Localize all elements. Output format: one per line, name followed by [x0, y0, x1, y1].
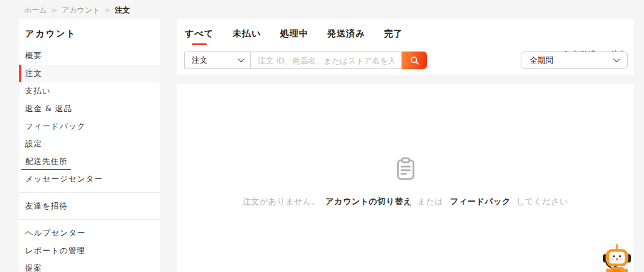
breadcrumb-separator: > [52, 6, 57, 14]
empty-orders-message: 注文がありません。 アカウントの切り替え または フィードバック してください [243, 196, 569, 207]
sidebar-item-shipping-address[interactable]: 配送先住所 [19, 153, 160, 170]
breadcrumb-account[interactable]: アカウント [62, 5, 100, 16]
suffix-text: してください [516, 197, 569, 206]
sidebar-item-label: 友達を招待 [25, 201, 68, 210]
tab-label: 完了 [384, 28, 403, 38]
time-period-value: 全期間 [530, 55, 553, 66]
sidebar-item-orders[interactable]: 注文 [19, 65, 160, 82]
orders-toolbar-panel: すべて 未払い 処理中 発送済み 完了 削除済みの注文 注文 [177, 19, 634, 75]
feedback-link[interactable]: フィードバック [450, 197, 511, 206]
sidebar-item-label: メッセージセンター [25, 174, 103, 183]
tab-label: 処理中 [280, 28, 308, 38]
sidebar-item-label: 配送先住所 [21, 154, 71, 170]
empty-orders-state: 注文がありません。 アカウントの切り替え または フィードバック してください [177, 156, 634, 207]
no-orders-text: 注文がありません。 [243, 197, 320, 206]
active-tab-indicator [192, 43, 207, 45]
sidebar-item-label: ヘルプセンター [25, 228, 86, 237]
order-search-bar: 注文 [184, 52, 427, 69]
clipboard-icon [392, 156, 419, 182]
breadcrumb-current-orders: 注文 [114, 5, 130, 16]
chevron-down-icon [238, 58, 245, 63]
tab-label: すべて [185, 28, 214, 38]
sidebar-item-label: 支払い [25, 86, 51, 95]
tab-unpaid[interactable]: 未払い [233, 28, 261, 46]
robot-assistant-icon [602, 243, 631, 272]
sidebar-item-settings[interactable]: 設定 [19, 135, 160, 153]
breadcrumb-separator: > [104, 6, 110, 14]
active-indicator [19, 65, 21, 82]
switch-account-link[interactable]: アカウントの切り替え [326, 197, 412, 206]
order-status-tabs: すべて 未払い 処理中 発送済み 完了 [177, 19, 634, 46]
search-icon [410, 56, 419, 65]
breadcrumb: ホーム > アカウント > 注文 [24, 5, 130, 16]
tab-completed[interactable]: 完了 [384, 28, 403, 46]
sidebar-item-label: フィードバック [25, 121, 86, 131]
sidebar-item-invite-friends[interactable]: 友達を招待 [19, 197, 160, 215]
page: { "breadcrumb": { "separator": ">", "ite… [0, 0, 644, 272]
sidebar-title: アカウント [25, 28, 160, 40]
search-category-select[interactable]: 注文 [184, 52, 251, 69]
sidebar-item-label: 概要 [25, 51, 42, 60]
sidebar-item-label: レポートの管理 [25, 246, 86, 255]
tab-label: 発送済み [327, 28, 365, 38]
sidebar-divider [19, 192, 160, 193]
sidebar-item-overview[interactable]: 概要 [19, 47, 160, 65]
sidebar-item-report-management[interactable]: レポートの管理 [19, 242, 160, 259]
sidebar-divider [19, 219, 160, 220]
tab-shipped[interactable]: 発送済み [327, 28, 365, 46]
tab-processing[interactable]: 処理中 [280, 28, 308, 46]
tab-label: 未払い [233, 28, 261, 38]
sidebar-item-help-center[interactable]: ヘルプセンター [19, 224, 160, 242]
orders-list-panel: 注文がありません。 アカウントの切り替え または フィードバック してください [177, 84, 634, 272]
sidebar-item-suggestions[interactable]: 提案 [19, 259, 160, 272]
chevron-down-icon [613, 58, 620, 63]
tab-all[interactable]: すべて [185, 28, 214, 46]
sidebar-item-label: 提案 [25, 263, 42, 272]
sidebar-item-feedback[interactable]: フィードバック [19, 117, 160, 135]
time-period-select[interactable]: 全期間 [521, 52, 628, 69]
sidebar-item-refunds-returns[interactable]: 返金 & 返品 [19, 100, 160, 117]
sidebar-item-label: 設定 [25, 139, 42, 148]
robot-assistant-button[interactable] [602, 243, 631, 272]
sidebar-panel: アカウント 概要 注文 支払い 返金 & 返品 フィードバック 設定 配送先住所… [19, 19, 160, 272]
sidebar-item-label: 注文 [25, 68, 42, 78]
breadcrumb-home[interactable]: ホーム [24, 5, 47, 16]
order-search-input[interactable] [251, 52, 402, 69]
sidebar-item-label: 返金 & 返品 [25, 104, 72, 113]
sidebar-item-message-center[interactable]: メッセージセンター [19, 170, 160, 188]
or-text: または [418, 197, 443, 206]
sidebar-item-payment[interactable]: 支払い [19, 82, 160, 100]
search-button[interactable] [402, 52, 427, 69]
search-category-value: 注文 [192, 55, 208, 66]
